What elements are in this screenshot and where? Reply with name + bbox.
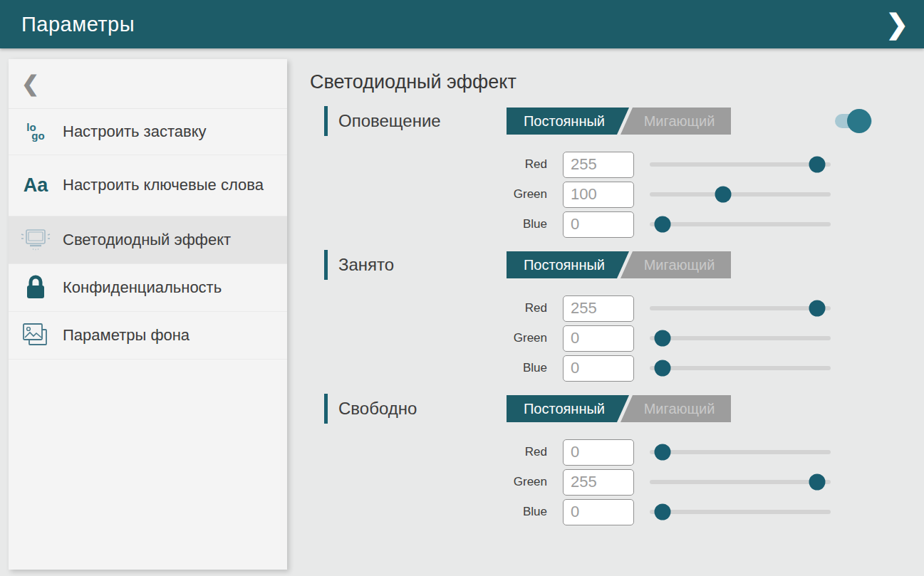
blue-slider[interactable] [650,501,831,523]
green-channel-row: Green [310,323,924,353]
slider-thumb[interactable] [654,216,670,233]
blue-value-input[interactable] [563,355,634,382]
slider-track [650,480,831,484]
green-value-input[interactable] [563,469,634,496]
sidebar-item-label: Настроить заставку [63,122,217,141]
red-slider[interactable] [650,441,831,463]
mode-constant-button[interactable]: Постоянный [507,395,629,422]
mode-segmented-control: Постоянный Мигающий [507,251,731,278]
sidebar-item-keywords[interactable]: Aa Настроить ключевые слова [9,155,287,216]
chevron-left-icon: ❮ [21,71,39,96]
section-busy: Занято Постоянный Мигающий Red Green [310,249,924,393]
mode-segmented-control: Постоянный Мигающий [507,395,731,422]
channel-label: Blue [310,505,563,519]
blue-channel-row: Blue [310,353,924,383]
switch-thumb [847,109,871,133]
green-value-input[interactable] [563,182,634,208]
lock-icon [9,275,63,300]
green-channel-row: Green [310,179,924,209]
slider-thumb[interactable] [809,157,825,173]
channel-label: Red [310,157,563,172]
red-value-input[interactable] [563,295,634,322]
mode-blinking-button[interactable]: Мигающий [621,395,731,422]
mode-constant-button[interactable]: Постоянный [507,251,629,278]
red-channel-row: Red [310,150,924,179]
logo-icon: logo [9,123,63,140]
slider-track [650,450,831,454]
slider-thumb[interactable] [809,300,825,317]
slider-track [650,366,831,370]
channel-label: Blue [310,361,563,375]
blue-slider[interactable] [650,357,831,379]
slider-thumb[interactable] [654,504,670,520]
sidebar-item-led-effect[interactable]: Светодиодный эффект [9,216,287,264]
section-label: Занято [338,255,507,275]
app-header: Параметры ❯ [0,0,924,48]
section-accent-bar [324,394,328,424]
red-slider[interactable] [650,154,831,175]
blue-channel-row: Blue [310,209,924,239]
sidebar-item-label: Конфиденциальность [63,278,232,297]
page-title: Параметры [21,13,135,36]
channel-label: Blue [310,217,563,231]
slider-track [650,162,831,167]
keywords-icon: Aa [9,174,63,197]
blue-slider[interactable] [650,214,831,235]
green-value-input[interactable] [563,325,634,352]
panel-title: Светодиодный эффект [310,71,924,105]
blue-value-input[interactable] [563,211,634,238]
notification-toggle-switch[interactable] [835,108,873,134]
green-slider[interactable] [650,471,831,493]
red-channel-row: Red [310,293,924,323]
sidebar-item-label: Светодиодный эффект [63,231,241,249]
slider-thumb[interactable] [809,474,825,491]
mode-constant-button[interactable]: Постоянный [507,108,629,135]
blue-value-input[interactable] [563,499,634,525]
green-slider[interactable] [650,184,831,205]
section-label: Свободно [338,399,507,419]
mode-blinking-button[interactable]: Мигающий [621,108,731,135]
channel-label: Red [310,301,563,315]
section-accent-bar [324,250,328,280]
slider-track [650,306,831,310]
red-slider[interactable] [650,298,831,319]
green-slider[interactable] [650,328,831,349]
channel-label: Green [310,475,563,489]
settings-sidebar: ❮ logo Настроить заставку Aa Настроить к… [9,59,287,570]
sidebar-collapse-button[interactable]: ❮ [9,59,287,109]
section-label: Оповещение [338,111,507,131]
slider-thumb[interactable] [715,187,731,203]
section-accent-bar [324,106,328,136]
channel-label: Red [310,445,563,459]
mode-blinking-button[interactable]: Мигающий [621,251,731,278]
led-screen-icon [9,227,63,253]
led-effect-panel: Светодиодный эффект Оповещение Постоянны… [310,48,924,576]
red-value-input[interactable] [563,152,634,178]
background-images-icon [9,322,63,349]
section-notification: Оповещение Постоянный Мигающий Red Green [310,105,924,249]
slider-track [650,192,831,197]
slider-track [650,510,831,514]
red-channel-row: Red [310,437,924,467]
slider-thumb[interactable] [654,360,670,377]
slider-thumb[interactable] [654,330,670,347]
sidebar-item-privacy[interactable]: Конфиденциальность [9,264,287,312]
sidebar-item-label: Настроить ключевые слова [63,176,274,194]
red-value-input[interactable] [563,439,634,466]
slider-track [650,222,831,226]
slider-thumb[interactable] [654,444,670,461]
blue-channel-row: Blue [310,497,924,527]
slider-track [650,336,831,340]
sidebar-item-background[interactable]: Параметры фона [9,312,287,360]
green-channel-row: Green [310,467,924,497]
sidebar-item-label: Параметры фона [63,326,199,345]
mode-segmented-control: Постоянный Мигающий [507,108,731,135]
section-free: Свободно Постоянный Мигающий Red Green [310,393,924,537]
sidebar-item-screensaver[interactable]: logo Настроить заставку [9,109,287,155]
channel-label: Green [310,187,563,201]
channel-label: Green [310,331,563,345]
chevron-right-icon[interactable]: ❯ [886,11,908,38]
